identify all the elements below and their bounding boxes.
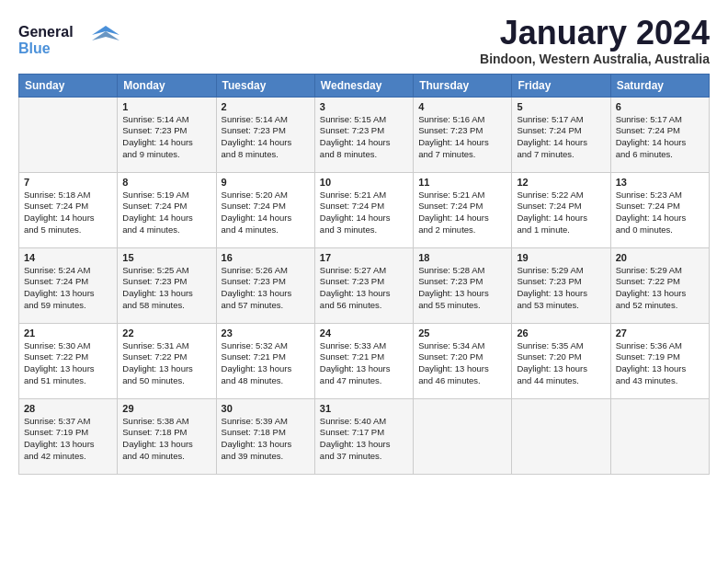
day-info: Sunrise: 5:20 AMSunset: 7:24 PMDaylight:…: [222, 190, 310, 236]
day-number: 16: [222, 252, 310, 263]
day-number: 31: [320, 403, 408, 414]
day-number: 29: [122, 403, 210, 414]
day-info: Sunrise: 5:27 AMSunset: 7:23 PMDaylight:…: [320, 265, 408, 312]
calendar-cell: 29Sunrise: 5:38 AMSunset: 7:18 PMDayligh…: [118, 398, 216, 474]
page: General Blue January 2024 Bindoon, Weste…: [0, 0, 728, 563]
day-info: Sunrise: 5:14 AMSunset: 7:23 PMDaylight:…: [122, 114, 210, 161]
day-number: 7: [24, 177, 112, 188]
day-number: 14: [24, 252, 112, 263]
calendar-cell: 16Sunrise: 5:26 AMSunset: 7:23 PMDayligh…: [216, 247, 314, 323]
day-header-tuesday: Tuesday: [216, 74, 314, 97]
day-number: 22: [122, 327, 210, 339]
calendar-cell: [19, 97, 118, 172]
header-row: SundayMondayTuesdayWednesdayThursdayFrid…: [19, 74, 710, 97]
day-number: 1: [122, 101, 210, 112]
calendar-title: January 2024: [480, 15, 710, 52]
day-info: Sunrise: 5:17 AMSunset: 7:24 PMDaylight:…: [517, 114, 605, 161]
day-info: Sunrise: 5:19 AMSunset: 7:24 PMDaylight:…: [122, 190, 210, 236]
day-number: 10: [320, 177, 408, 188]
title-section: January 2024 Bindoon, Western Australia,…: [480, 15, 710, 66]
calendar-cell: 18Sunrise: 5:28 AMSunset: 7:23 PMDayligh…: [414, 247, 512, 323]
calendar-cell: 13Sunrise: 5:23 AMSunset: 7:24 PMDayligh…: [610, 172, 709, 247]
day-info: Sunrise: 5:29 AMSunset: 7:22 PMDaylight:…: [616, 265, 704, 312]
calendar-cell: 27Sunrise: 5:36 AMSunset: 7:19 PMDayligh…: [610, 323, 709, 398]
calendar-cell: 10Sunrise: 5:21 AMSunset: 7:24 PMDayligh…: [314, 172, 413, 247]
day-number: 2: [222, 101, 310, 112]
day-info: Sunrise: 5:35 AMSunset: 7:20 PMDaylight:…: [517, 340, 605, 387]
day-info: Sunrise: 5:34 AMSunset: 7:20 PMDaylight:…: [418, 340, 506, 387]
calendar-cell: 6Sunrise: 5:17 AMSunset: 7:24 PMDaylight…: [610, 97, 709, 172]
day-info: Sunrise: 5:31 AMSunset: 7:22 PMDaylight:…: [122, 340, 210, 387]
calendar-subtitle: Bindoon, Western Australia, Australia: [480, 52, 710, 66]
day-header-friday: Friday: [512, 74, 610, 97]
day-number: 5: [517, 101, 605, 112]
day-header-monday: Monday: [118, 74, 216, 97]
calendar-cell: [414, 398, 512, 474]
day-info: Sunrise: 5:17 AMSunset: 7:24 PMDaylight:…: [616, 114, 704, 161]
day-info: Sunrise: 5:39 AMSunset: 7:18 PMDaylight:…: [222, 416, 310, 463]
day-info: Sunrise: 5:18 AMSunset: 7:24 PMDaylight:…: [24, 190, 112, 236]
day-info: Sunrise: 5:38 AMSunset: 7:18 PMDaylight:…: [122, 416, 210, 463]
calendar-cell: [610, 398, 709, 474]
calendar-cell: 17Sunrise: 5:27 AMSunset: 7:23 PMDayligh…: [314, 247, 413, 323]
day-info: Sunrise: 5:32 AMSunset: 7:21 PMDaylight:…: [222, 340, 310, 387]
logo: General Blue: [18, 18, 119, 63]
day-header-sunday: Sunday: [19, 74, 118, 97]
day-info: Sunrise: 5:21 AMSunset: 7:24 PMDaylight:…: [320, 190, 408, 236]
day-info: Sunrise: 5:36 AMSunset: 7:19 PMDaylight:…: [616, 340, 704, 387]
calendar-cell: 26Sunrise: 5:35 AMSunset: 7:20 PMDayligh…: [512, 323, 610, 398]
day-number: 12: [517, 177, 605, 188]
week-row-2: 14Sunrise: 5:24 AMSunset: 7:24 PMDayligh…: [19, 247, 710, 323]
header: General Blue January 2024 Bindoon, Weste…: [18, 15, 710, 66]
day-info: Sunrise: 5:14 AMSunset: 7:23 PMDaylight:…: [222, 114, 310, 161]
svg-text:General: General: [18, 24, 74, 40]
calendar-cell: 19Sunrise: 5:29 AMSunset: 7:23 PMDayligh…: [512, 247, 610, 323]
calendar-cell: 24Sunrise: 5:33 AMSunset: 7:21 PMDayligh…: [314, 323, 413, 398]
day-number: 24: [320, 327, 408, 339]
calendar-cell: 5Sunrise: 5:17 AMSunset: 7:24 PMDaylight…: [512, 97, 610, 172]
calendar-cell: 15Sunrise: 5:25 AMSunset: 7:23 PMDayligh…: [118, 247, 216, 323]
week-row-3: 21Sunrise: 5:30 AMSunset: 7:22 PMDayligh…: [19, 323, 710, 398]
week-row-0: 1Sunrise: 5:14 AMSunset: 7:23 PMDaylight…: [19, 97, 710, 172]
day-header-thursday: Thursday: [414, 74, 512, 97]
day-number: 28: [24, 403, 112, 414]
day-info: Sunrise: 5:16 AMSunset: 7:23 PMDaylight:…: [418, 114, 506, 161]
day-info: Sunrise: 5:21 AMSunset: 7:24 PMDaylight:…: [418, 190, 506, 236]
day-number: 30: [222, 403, 310, 414]
day-number: 13: [616, 177, 704, 188]
day-number: 26: [517, 327, 605, 339]
calendar-cell: 20Sunrise: 5:29 AMSunset: 7:22 PMDayligh…: [610, 247, 709, 323]
day-number: 8: [122, 177, 210, 188]
day-number: 19: [517, 252, 605, 263]
day-header-saturday: Saturday: [610, 74, 709, 97]
calendar-cell: 31Sunrise: 5:40 AMSunset: 7:17 PMDayligh…: [314, 398, 413, 474]
calendar-cell: 25Sunrise: 5:34 AMSunset: 7:20 PMDayligh…: [414, 323, 512, 398]
day-number: 18: [418, 252, 506, 263]
day-info: Sunrise: 5:28 AMSunset: 7:23 PMDaylight:…: [418, 265, 506, 312]
calendar-cell: 14Sunrise: 5:24 AMSunset: 7:24 PMDayligh…: [19, 247, 118, 323]
calendar-cell: 7Sunrise: 5:18 AMSunset: 7:24 PMDaylight…: [19, 172, 118, 247]
calendar-cell: 8Sunrise: 5:19 AMSunset: 7:24 PMDaylight…: [118, 172, 216, 247]
calendar-cell: 11Sunrise: 5:21 AMSunset: 7:24 PMDayligh…: [414, 172, 512, 247]
day-number: 17: [320, 252, 408, 263]
day-number: 3: [320, 101, 408, 112]
day-number: 23: [222, 327, 310, 339]
day-number: 9: [222, 177, 310, 188]
calendar-cell: 2Sunrise: 5:14 AMSunset: 7:23 PMDaylight…: [216, 97, 314, 172]
day-info: Sunrise: 5:33 AMSunset: 7:21 PMDaylight:…: [320, 340, 408, 387]
day-info: Sunrise: 5:23 AMSunset: 7:24 PMDaylight:…: [616, 190, 704, 236]
calendar-cell: 1Sunrise: 5:14 AMSunset: 7:23 PMDaylight…: [118, 97, 216, 172]
logo-text: General Blue: [18, 18, 119, 63]
day-info: Sunrise: 5:22 AMSunset: 7:24 PMDaylight:…: [517, 190, 605, 236]
day-info: Sunrise: 5:15 AMSunset: 7:23 PMDaylight:…: [320, 114, 408, 161]
day-info: Sunrise: 5:29 AMSunset: 7:23 PMDaylight:…: [517, 265, 605, 312]
day-info: Sunrise: 5:30 AMSunset: 7:22 PMDaylight:…: [24, 340, 112, 387]
calendar-cell: [512, 398, 610, 474]
calendar-cell: 22Sunrise: 5:31 AMSunset: 7:22 PMDayligh…: [118, 323, 216, 398]
svg-text:Blue: Blue: [18, 40, 51, 56]
calendar-cell: 30Sunrise: 5:39 AMSunset: 7:18 PMDayligh…: [216, 398, 314, 474]
day-info: Sunrise: 5:37 AMSunset: 7:19 PMDaylight:…: [24, 416, 112, 463]
calendar-cell: 21Sunrise: 5:30 AMSunset: 7:22 PMDayligh…: [19, 323, 118, 398]
day-info: Sunrise: 5:24 AMSunset: 7:24 PMDaylight:…: [24, 265, 112, 312]
calendar-cell: 28Sunrise: 5:37 AMSunset: 7:19 PMDayligh…: [19, 398, 118, 474]
